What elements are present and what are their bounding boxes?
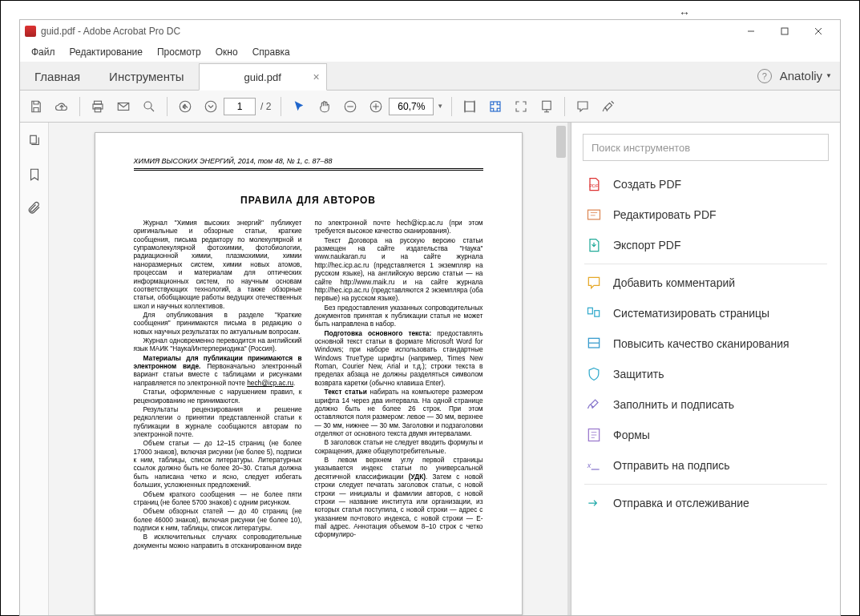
tab-bar: Главная Инструменты guid.pdf × ? Anatoli…	[20, 62, 840, 91]
svg-rect-17	[465, 102, 474, 111]
document-area[interactable]: ХИМИЯ ВЫСОКИХ ЭНЕРГИЙ, 2014, том 48, № 1…	[49, 123, 567, 615]
user-name: Anatoliy	[780, 69, 822, 83]
menu-view[interactable]: Просмотр	[151, 45, 208, 59]
svg-rect-21	[543, 101, 551, 110]
resize-indicator: ↔	[679, 6, 690, 19]
svg-rect-26	[588, 210, 600, 219]
tool-send-track[interactable]: Отправка и отслеживание	[571, 488, 840, 518]
svg-rect-24	[30, 135, 36, 143]
fit-width-button[interactable]	[457, 94, 482, 119]
zoom-dropdown-icon[interactable]: ▼	[434, 103, 446, 110]
user-menu[interactable]: Anatoliy ▼	[780, 69, 832, 83]
toolbar: / 2 ▼	[20, 91, 840, 123]
send-sign-icon: x	[586, 457, 602, 473]
svg-text:x: x	[587, 461, 592, 469]
tab-tools[interactable]: Инструменты	[95, 63, 199, 90]
tools-panel: Поиск инструментов PDFСоздать PDF Редакт…	[571, 123, 840, 615]
save-button[interactable]	[23, 94, 49, 119]
menu-window[interactable]: Окно	[209, 45, 244, 59]
menu-help[interactable]: Справка	[246, 45, 297, 59]
selection-tool-button[interactable]	[286, 94, 312, 119]
minimize-button[interactable]	[734, 21, 768, 42]
svg-rect-30	[595, 311, 600, 317]
tool-edit-pdf[interactable]: Редактировать PDF	[571, 199, 840, 230]
svg-point-11	[205, 101, 216, 112]
left-sidebar	[20, 123, 49, 615]
tab-document[interactable]: guid.pdf ×	[199, 63, 327, 91]
doc-title: ПРАВИЛА ДЛЯ АВТОРОВ	[134, 195, 483, 206]
tool-export-pdf[interactable]: Экспорт PDF	[571, 230, 840, 260]
comment-icon	[586, 275, 602, 291]
svg-rect-29	[588, 308, 593, 314]
next-page-button[interactable]	[198, 94, 224, 119]
app-icon	[25, 26, 36, 37]
tool-fill-sign[interactable]: Заполнить и подписать	[571, 389, 840, 420]
search-placeholder: Поиск инструментов	[592, 142, 690, 154]
comment-button[interactable]	[570, 94, 596, 119]
thumbnails-icon[interactable]	[27, 134, 42, 151]
fullscreen-button[interactable]	[508, 94, 534, 119]
svg-rect-6	[95, 107, 101, 111]
close-tab-icon[interactable]: ×	[313, 70, 319, 83]
fit-page-button[interactable]	[482, 94, 508, 119]
edit-pdf-icon	[586, 207, 602, 223]
menu-file[interactable]: Файл	[25, 45, 62, 59]
export-pdf-icon	[586, 237, 602, 253]
menubar: Файл Редактирование Просмотр Окно Справк…	[20, 42, 840, 62]
zoom-in-button[interactable]	[363, 94, 389, 119]
bookmarks-icon[interactable]	[27, 167, 42, 185]
tool-forms[interactable]: Формы	[571, 420, 840, 450]
window-title: guid.pdf - Adobe Acrobat Pro DC	[41, 26, 734, 37]
search-button[interactable]	[136, 94, 162, 119]
maximize-button[interactable]	[768, 21, 801, 42]
svg-text:PDF: PDF	[589, 183, 599, 188]
tools-search-input[interactable]: Поиск инструментов	[583, 134, 829, 161]
tool-create-pdf[interactable]: PDFСоздать PDF	[571, 169, 840, 199]
titlebar: guid.pdf - Adobe Acrobat Pro DC	[20, 20, 840, 42]
tool-organize[interactable]: Систематизировать страницы	[571, 298, 840, 328]
tab-home[interactable]: Главная	[20, 63, 95, 90]
scan-icon	[586, 336, 602, 352]
zoom-out-button[interactable]	[337, 94, 363, 119]
print-button[interactable]	[85, 94, 111, 119]
tool-send-sign[interactable]: xОтправить на подпись	[571, 450, 840, 481]
chevron-down-icon: ▼	[826, 72, 832, 79]
pdf-page: ХИМИЯ ВЫСОКИХ ЭНЕРГИЙ, 2014, том 48, № 1…	[95, 132, 523, 615]
help-icon[interactable]: ?	[757, 69, 772, 83]
cloud-button[interactable]	[49, 94, 75, 119]
app-window: guid.pdf - Adobe Acrobat Pro DC Файл Ред…	[19, 19, 841, 616]
scrollbar[interactable]	[556, 126, 566, 158]
read-mode-button[interactable]	[534, 94, 559, 119]
doc-tab-label: guid.pdf	[244, 71, 281, 83]
hand-tool-button[interactable]	[312, 94, 337, 119]
attachments-icon[interactable]	[27, 201, 42, 219]
create-pdf-icon: PDF	[586, 176, 602, 192]
svg-rect-20	[491, 102, 500, 111]
doc-body: Журнал "Химия высоких энергий" публикует…	[134, 219, 483, 550]
sign-button[interactable]	[596, 94, 621, 119]
send-track-icon	[586, 495, 602, 511]
svg-line-9	[151, 108, 154, 111]
tool-protect[interactable]: Защитить	[571, 359, 840, 389]
zoom-input[interactable]	[389, 98, 434, 115]
tool-comment[interactable]: Добавить комментарий	[571, 268, 840, 298]
journal-header: ХИМИЯ ВЫСОКИХ ЭНЕРГИЙ, 2014, том 48, № 1…	[134, 157, 483, 165]
sign-icon	[586, 397, 602, 413]
forms-icon	[586, 427, 602, 443]
close-button[interactable]	[801, 21, 835, 42]
organize-icon	[586, 305, 602, 321]
page-total-label: / 2	[256, 101, 276, 112]
page-number-input[interactable]	[224, 98, 256, 115]
tool-enhance-scan[interactable]: Повысить качество сканирования	[571, 328, 840, 359]
svg-rect-1	[781, 28, 788, 34]
menu-edit[interactable]: Редактирование	[63, 45, 149, 59]
svg-point-8	[144, 102, 151, 109]
email-button[interactable]	[111, 94, 136, 119]
shield-icon	[586, 366, 602, 382]
prev-page-button[interactable]	[172, 94, 198, 119]
